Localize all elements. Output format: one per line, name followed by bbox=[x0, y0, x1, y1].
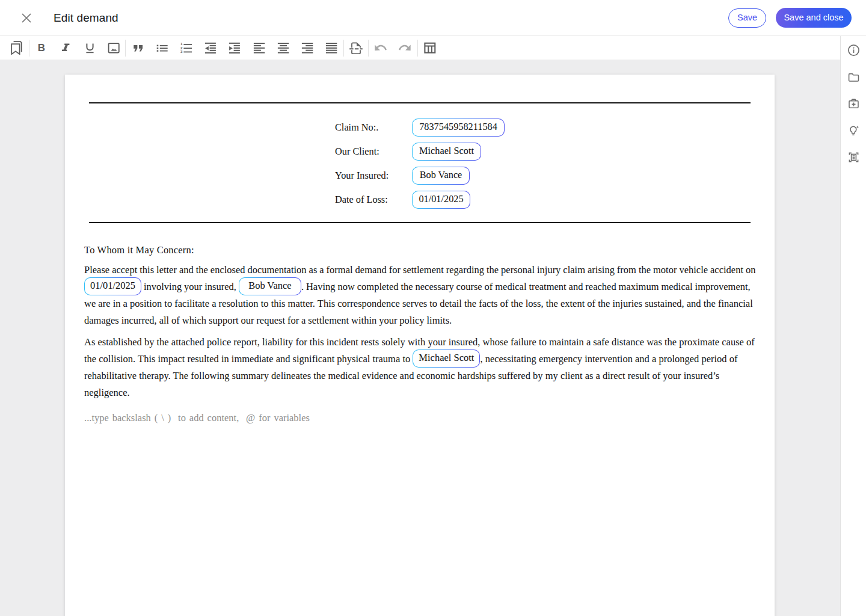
svg-text:3: 3 bbox=[180, 49, 183, 54]
